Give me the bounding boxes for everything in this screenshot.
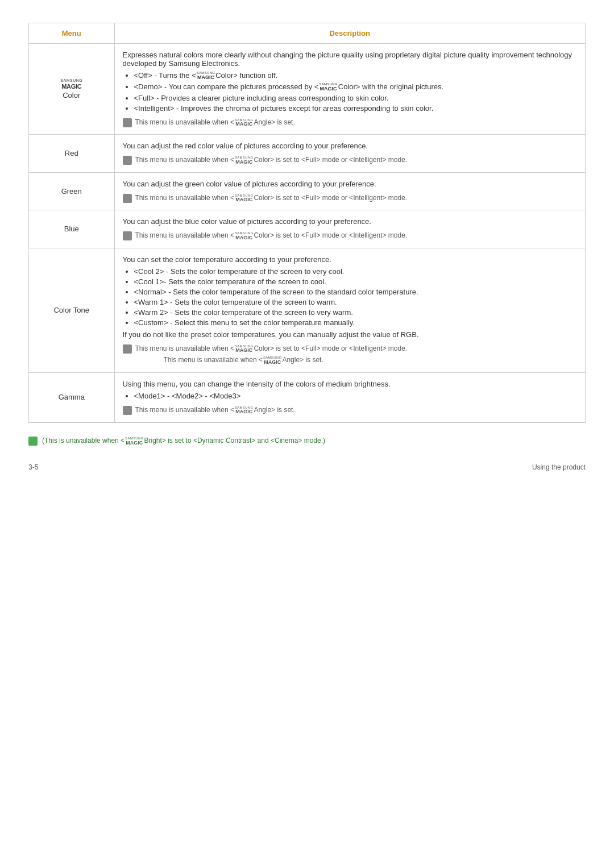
note-icon — [123, 194, 132, 203]
desc-text: You can adjust the blue color value of p… — [123, 217, 578, 226]
footer: 3-5 Using the product — [28, 463, 586, 471]
footer-page-number: 3-5 — [28, 463, 38, 471]
table-row: SAMSUNG MAGIC Color Expresses natural co… — [29, 44, 585, 135]
note-row: This menu is unavailable when <SAMSUNGMA… — [123, 406, 578, 415]
list-item: <Mode1> - <Mode2> - <Mode3> — [134, 392, 578, 400]
desc-cell-green: You can adjust the green color value of … — [114, 172, 585, 210]
list-item: <Off> - Turns the <SAMSUNGMAGICColor> fu… — [134, 71, 578, 81]
bullet-list: <Off> - Turns the <SAMSUNGMAGICColor> fu… — [134, 71, 578, 113]
table-row: Gamma Using this menu, you can change th… — [29, 372, 585, 422]
desc-cell-red: You can adjust the red color value of pi… — [114, 135, 585, 172]
note-text: This menu is unavailable when <SAMSUNGMA… — [135, 406, 578, 415]
bullet-list: <Cool 2> - Sets the color temperature of… — [134, 267, 578, 327]
note-text: This menu is unavailable when <SAMSUNGMA… — [135, 156, 578, 165]
note-text: This menu is unavailable when <SAMSUNGMA… — [135, 231, 578, 240]
note-row: This menu is unavailable when <SAMSUNGMA… — [123, 231, 578, 240]
menu-cell-red: Red — [29, 135, 114, 172]
list-item: <Intelligent> - Improves the chroma of p… — [134, 104, 578, 113]
table-row: Green You can adjust the green color val… — [29, 172, 585, 210]
note-text: This menu is unavailable when <SAMSUNGMA… — [135, 118, 578, 127]
list-item: <Full> - Provides a clearer picture incl… — [134, 94, 578, 102]
note-row: This menu is unavailable when <SAMSUNGMA… — [123, 194, 578, 203]
bullet-list: <Mode1> - <Mode2> - <Mode3> — [134, 392, 578, 400]
list-item: <Demo> - You can compare the pictures pr… — [134, 82, 578, 92]
desc-cell-color-tone: You can set the color temperature accord… — [114, 248, 585, 372]
menu-label-color: Color — [63, 91, 80, 99]
table-container: Menu Description SAMSUNG MAGIC Color — [28, 23, 586, 423]
table-row: Blue You can adjust the blue color value… — [29, 210, 585, 248]
note-icon — [123, 156, 132, 165]
bottom-note: (This is unavailable when <SAMSUNGMAGICB… — [28, 437, 586, 446]
desc-text: You can adjust the red color value of pi… — [123, 142, 578, 150]
bottom-note-text: (This is unavailable when <SAMSUNGMAGICB… — [42, 437, 325, 446]
table-row: Color Tone You can set the color tempera… — [29, 248, 585, 372]
desc-cell-magic-color: Expresses natural colors more clearly wi… — [114, 44, 585, 135]
list-item: <Normal> - Sets the color temperature of… — [134, 288, 578, 296]
desc-text: Using this menu, you can change the inte… — [123, 380, 578, 388]
list-item: <Cool 2> - Sets the color temperature of… — [134, 267, 578, 276]
list-item: <Cool 1>- Sets the color temperature of … — [134, 277, 578, 286]
note-icon — [123, 344, 132, 354]
note-row-1: This menu is unavailable when <SAMSUNGMA… — [123, 344, 578, 366]
list-item: <Warm 1> - Sets the color temperature of… — [134, 298, 578, 306]
list-item: <Custom> - Select this menu to set the c… — [134, 318, 578, 327]
note-text: This menu is unavailable when <SAMSUNGMA… — [135, 194, 578, 203]
list-item: <Warm 2> - Sets the color temperature of… — [134, 308, 578, 317]
desc-cell-blue: You can adjust the blue color value of p… — [114, 210, 585, 248]
note-row: This menu is unavailable when <SAMSUNGMA… — [123, 118, 578, 127]
menu-cell-blue: Blue — [29, 210, 114, 248]
desc-text: You can set the color temperature accord… — [123, 255, 578, 264]
note-text-2: This menu is unavailable when <SAMSUNGMA… — [164, 356, 578, 365]
menu-cell-magic-color: SAMSUNG MAGIC Color — [29, 44, 114, 135]
note-content: This menu is unavailable when <SAMSUNGMA… — [135, 344, 578, 366]
table-row: Red You can adjust the red color value o… — [29, 135, 585, 172]
samsung-magic-logo: SAMSUNG MAGIC — [60, 78, 82, 90]
note-icon — [123, 231, 132, 240]
menu-cell-color-tone: Color Tone — [29, 248, 114, 372]
desc-text: You can adjust the green color value of … — [123, 180, 578, 188]
extra-text: If you do not like the preset color temp… — [123, 330, 578, 339]
desc-cell-gamma: Using this menu, you can change the inte… — [114, 372, 585, 422]
note-icon — [123, 406, 132, 415]
note-row: This menu is unavailable when <SAMSUNGMA… — [123, 156, 578, 165]
note-icon-green — [28, 437, 38, 446]
note-text-1: This menu is unavailable when <SAMSUNGMA… — [135, 344, 578, 354]
menu-cell-green: Green — [29, 172, 114, 210]
footer-section: Using the product — [532, 463, 586, 471]
header-menu: Menu — [29, 23, 114, 44]
header-description: Description — [114, 23, 585, 44]
menu-cell-gamma: Gamma — [29, 372, 114, 422]
desc-text: Expresses natural colors more clearly wi… — [123, 51, 578, 68]
note-icon — [123, 118, 132, 127]
